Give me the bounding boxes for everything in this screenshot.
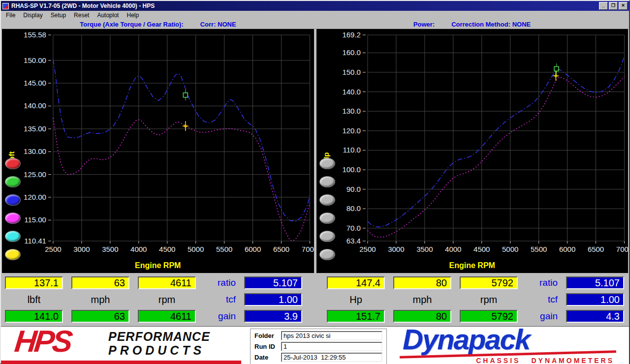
menu-autoplot[interactable]: Autoplot [93,11,123,19]
minimize-button[interactable]: _ [599,2,608,10]
run-id-label: Run ID [254,343,278,350]
torque-cursor1-rpm: 4611 [138,276,196,289]
menu-file[interactable]: File [2,11,19,19]
menu-display[interactable]: Display [19,11,46,19]
torque-chart[interactable]: 2500300035004000450050005500600065007000… [2,29,314,273]
svg-text:3000: 3000 [388,245,404,253]
svg-text:5000: 5000 [188,245,204,253]
run-button-gray-4[interactable] [319,212,335,224]
torque-unit-rpm: rpm [138,293,196,306]
folder-label: Folder [254,332,278,339]
svg-text:5000: 5000 [502,245,518,253]
menu-setup[interactable]: Setup [47,11,70,19]
folder-input[interactable] [281,331,382,340]
svg-text:4000: 4000 [130,245,147,253]
torque-cursor1-mph: 63 [71,276,129,289]
svg-text:120.0: 120.0 [342,126,360,135]
power-run-buttons [319,158,335,260]
run-id-input[interactable] [281,342,382,351]
power-chart[interactable]: 2500300035004000450050005500600065007000… [316,29,629,273]
power-cursor2-mph: 80 [393,310,451,323]
power-cursor1-rpm: 5792 [460,276,518,289]
window-title: RHAS-SP V1.7-05 (2WD - Motor Vehicle 400… [11,2,155,9]
date-label: Date [254,354,278,361]
torque-chart-panel: 2500300035004000450050005500600065007000… [2,29,314,273]
hps-logo: HPS PERFORMANCE PRODUCTS [1,327,236,364]
torque-ratio-label: ratio [204,276,236,289]
torque-cursor2-mph: 63 [71,310,129,323]
torque-readout-group: 137.1 63 4611 ratio 5.107 lbft mph rpm t… [5,276,302,323]
power-cursor2-rpm: 5792 [460,310,518,323]
svg-text:5500: 5500 [530,245,546,253]
hps-logo-line2: PRODUCTS [108,343,210,357]
torque-cursor1-value: 137.1 [5,276,63,289]
title-bar: RHAS-SP V1.7-05 (2WD - Motor Vehicle 400… [1,1,629,11]
menu-help[interactable]: Help [123,11,143,19]
hps-logo-letters: HPS [13,326,72,357]
hps-logo-line1: PERFORMANCE [108,330,210,343]
svg-text:70.0: 70.0 [346,224,360,232]
power-gain-value: 4.3 [566,310,624,323]
run-button-gray-6[interactable] [319,249,335,260]
torque-x-axis-label: Engine RPM [2,261,314,270]
dynapack-chassis-text: CHASSIS [476,357,520,364]
svg-text:169.2: 169.2 [342,30,360,39]
dynapack-logo: Dynapack CHASSIS DYNAMOMETERS [403,329,614,364]
run-button-blue[interactable] [5,194,21,206]
run-button-red[interactable] [5,158,21,169]
charts-row: 2500300035004000450050005500600065007000… [1,29,629,273]
svg-text:130.00: 130.00 [24,147,46,155]
power-unit-rpm: rpm [460,293,518,306]
app-window: RHAS-SP V1.7-05 (2WD - Motor Vehicle 400… [0,0,630,364]
svg-text:140.0: 140.0 [342,88,360,96]
run-button-gray-5[interactable] [319,231,335,242]
run-button-gray-1[interactable] [319,158,335,169]
svg-text:110.41: 110.41 [24,237,46,245]
svg-text:6000: 6000 [245,245,261,253]
svg-text:135.00: 135.00 [24,124,46,133]
run-button-magenta[interactable] [5,212,21,224]
svg-text:4500: 4500 [473,245,490,253]
footer: HPS PERFORMANCE PRODUCTS Folder Run ID D… [1,326,629,364]
run-button-gray-2[interactable] [319,176,335,187]
close-button[interactable]: ✕ [619,2,628,10]
date-input[interactable] [281,353,382,362]
svg-text:110.0: 110.0 [343,146,360,154]
svg-text:150.0: 150.0 [342,68,360,76]
torque-tcf-value: 1.00 [244,293,302,306]
chart-headers: Torque (Axle Torque / Gear Ratio): Corr:… [1,20,629,29]
svg-text:6500: 6500 [273,245,289,253]
menu-bar: File Display Setup Reset Autoplot Help [1,11,629,20]
power-unit-mph: mph [393,293,451,306]
torque-chart-header: Torque (Axle Torque / Gear Ratio): Corr:… [1,20,315,29]
svg-text:6000: 6000 [559,245,575,253]
menu-reset[interactable]: Reset [70,11,93,19]
torque-tcf-label: tcf [204,293,236,306]
run-button-yellow[interactable] [5,249,21,260]
svg-text:7000: 7000 [302,245,314,253]
power-gain-label: gain [526,310,558,323]
run-button-green[interactable] [5,176,21,187]
run-button-gray-3[interactable] [319,194,335,206]
torque-chart-title: Torque (Axle Torque / Gear Ratio): [80,21,183,28]
power-tcf-value: 1.00 [566,293,624,306]
svg-text:6500: 6500 [587,245,603,253]
svg-text:90.0: 90.0 [346,185,360,193]
power-ratio-value: 5.107 [566,276,624,289]
svg-text:150.00: 150.00 [24,56,46,64]
svg-text:3500: 3500 [102,245,118,253]
svg-text:7000: 7000 [616,245,628,253]
run-button-cyan[interactable] [5,231,21,242]
torque-cursor2-value: 141.0 [5,310,63,323]
svg-text:63.4: 63.4 [346,237,360,245]
run-info-fields: Folder Run ID Date [250,329,387,364]
svg-text:4000: 4000 [445,245,461,253]
power-ratio-label: ratio [526,276,558,289]
svg-text:145.00: 145.00 [24,79,46,87]
maximize-button[interactable]: ❐ [609,2,618,10]
svg-text:3000: 3000 [73,245,90,253]
svg-text:160.0: 160.0 [342,48,360,57]
svg-text:5500: 5500 [216,245,232,253]
dynapack-dynamometers-text: DYNAMOMETERS [531,357,614,364]
torque-ratio-value: 5.107 [244,276,302,289]
